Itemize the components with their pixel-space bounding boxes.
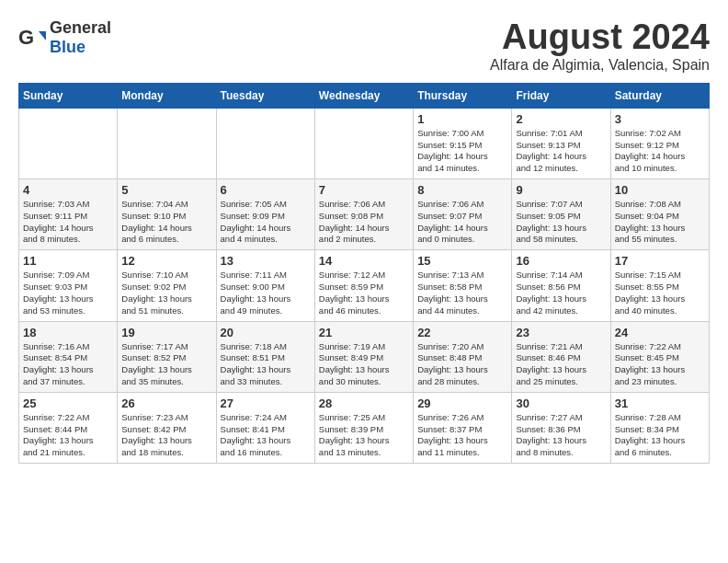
day-info: Sunrise: 7:15 AMSunset: 8:55 PMDaylight:… — [615, 270, 705, 316]
day-info: Sunrise: 7:04 AMSunset: 9:10 PMDaylight:… — [121, 199, 211, 246]
day-cell: 7Sunrise: 7:06 AMSunset: 9:08 PMDaylight… — [314, 179, 413, 250]
week-row-1: 1Sunrise: 7:00 AMSunset: 9:15 PMDaylight… — [19, 108, 710, 178]
day-number: 7 — [319, 183, 409, 197]
day-cell: 23Sunrise: 7:21 AMSunset: 8:46 PMDayligh… — [512, 321, 610, 392]
header-cell-tuesday: Tuesday — [216, 83, 314, 108]
day-info: Sunrise: 7:18 AMSunset: 8:51 PMDaylight:… — [221, 341, 311, 388]
day-info: Sunrise: 7:06 AMSunset: 9:08 PMDaylight:… — [319, 199, 409, 246]
day-number: 15 — [417, 254, 507, 268]
svg-marker-1 — [39, 31, 46, 40]
day-number: 28 — [319, 396, 409, 410]
day-info: Sunrise: 7:02 AMSunset: 9:12 PMDaylight:… — [615, 128, 705, 175]
day-cell: 18Sunrise: 7:16 AMSunset: 8:54 PMDayligh… — [19, 321, 118, 392]
day-info: Sunrise: 7:06 AMSunset: 9:07 PMDaylight:… — [417, 199, 507, 246]
day-number: 22 — [417, 326, 507, 339]
day-info: Sunrise: 7:08 AMSunset: 9:04 PMDaylight:… — [615, 199, 705, 246]
day-cell: 8Sunrise: 7:06 AMSunset: 9:07 PMDaylight… — [414, 179, 512, 250]
day-info: Sunrise: 7:12 AMSunset: 8:59 PMDaylight:… — [319, 270, 409, 316]
calendar-table: SundayMondayTuesdayWednesdayThursdayFrid… — [18, 83, 710, 464]
day-cell: 4Sunrise: 7:03 AMSunset: 9:11 PMDaylight… — [19, 179, 118, 250]
week-row-5: 25Sunrise: 7:22 AMSunset: 8:44 PMDayligh… — [19, 392, 710, 463]
day-number: 10 — [615, 183, 705, 197]
day-cell: 27Sunrise: 7:24 AMSunset: 8:41 PMDayligh… — [216, 392, 314, 463]
day-cell: 3Sunrise: 7:02 AMSunset: 9:12 PMDaylight… — [610, 108, 709, 178]
day-info: Sunrise: 7:09 AMSunset: 9:03 PMDaylight:… — [23, 270, 113, 316]
day-cell: 2Sunrise: 7:01 AMSunset: 9:13 PMDaylight… — [512, 108, 610, 178]
day-number: 12 — [121, 254, 211, 268]
day-cell: 9Sunrise: 7:07 AMSunset: 9:05 PMDaylight… — [512, 179, 610, 250]
day-cell: 15Sunrise: 7:13 AMSunset: 8:58 PMDayligh… — [414, 250, 512, 321]
day-info: Sunrise: 7:25 AMSunset: 8:39 PMDaylight:… — [319, 412, 409, 459]
day-number: 13 — [221, 254, 311, 268]
svg-text:G: G — [18, 26, 34, 49]
page-header: G General Blue August 2024 Alfara de Alg… — [18, 18, 710, 74]
day-number: 2 — [516, 112, 606, 126]
day-cell: 28Sunrise: 7:25 AMSunset: 8:39 PMDayligh… — [314, 392, 413, 463]
day-number: 25 — [23, 396, 113, 410]
day-number: 9 — [516, 183, 606, 197]
logo-text: General Blue — [50, 18, 111, 57]
calendar-body: 1Sunrise: 7:00 AMSunset: 9:15 PMDaylight… — [19, 108, 710, 463]
day-cell: 31Sunrise: 7:28 AMSunset: 8:34 PMDayligh… — [610, 392, 709, 463]
day-number: 30 — [516, 396, 606, 410]
header-cell-thursday: Thursday — [414, 83, 512, 108]
logo-blue: Blue — [50, 38, 111, 57]
day-number: 27 — [221, 396, 311, 410]
header-cell-saturday: Saturday — [610, 83, 709, 108]
day-number: 11 — [23, 254, 113, 268]
logo-icon: G — [18, 24, 46, 52]
day-info: Sunrise: 7:28 AMSunset: 8:34 PMDaylight:… — [615, 412, 705, 459]
day-info: Sunrise: 7:27 AMSunset: 8:36 PMDaylight:… — [516, 412, 606, 459]
day-info: Sunrise: 7:19 AMSunset: 8:49 PMDaylight:… — [319, 341, 409, 388]
day-number: 3 — [615, 112, 705, 126]
day-info: Sunrise: 7:03 AMSunset: 9:11 PMDaylight:… — [23, 199, 113, 246]
day-cell: 16Sunrise: 7:14 AMSunset: 8:56 PMDayligh… — [512, 250, 610, 321]
day-number: 4 — [23, 183, 113, 197]
day-info: Sunrise: 7:00 AMSunset: 9:15 PMDaylight:… — [417, 128, 507, 175]
header-cell-monday: Monday — [118, 83, 216, 108]
day-info: Sunrise: 7:01 AMSunset: 9:13 PMDaylight:… — [516, 128, 606, 175]
logo-general: General — [50, 18, 111, 38]
month-title: August 2024 — [490, 18, 710, 57]
day-cell: 13Sunrise: 7:11 AMSunset: 9:00 PMDayligh… — [216, 250, 314, 321]
day-info: Sunrise: 7:21 AMSunset: 8:46 PMDaylight:… — [516, 341, 606, 388]
day-info: Sunrise: 7:26 AMSunset: 8:37 PMDaylight:… — [417, 412, 507, 459]
day-cell: 29Sunrise: 7:26 AMSunset: 8:37 PMDayligh… — [414, 392, 512, 463]
week-row-2: 4Sunrise: 7:03 AMSunset: 9:11 PMDaylight… — [19, 179, 710, 250]
week-row-4: 18Sunrise: 7:16 AMSunset: 8:54 PMDayligh… — [19, 321, 710, 392]
day-info: Sunrise: 7:16 AMSunset: 8:54 PMDaylight:… — [23, 341, 113, 388]
day-number: 8 — [417, 183, 507, 197]
day-info: Sunrise: 7:11 AMSunset: 9:00 PMDaylight:… — [221, 270, 311, 316]
day-cell: 30Sunrise: 7:27 AMSunset: 8:36 PMDayligh… — [512, 392, 610, 463]
day-cell: 14Sunrise: 7:12 AMSunset: 8:59 PMDayligh… — [314, 250, 413, 321]
logo: G General Blue — [18, 18, 111, 57]
day-number: 19 — [121, 326, 211, 339]
day-info: Sunrise: 7:07 AMSunset: 9:05 PMDaylight:… — [516, 199, 606, 246]
day-cell: 26Sunrise: 7:23 AMSunset: 8:42 PMDayligh… — [118, 392, 216, 463]
header-cell-friday: Friday — [512, 83, 610, 108]
week-row-3: 11Sunrise: 7:09 AMSunset: 9:03 PMDayligh… — [19, 250, 710, 321]
day-info: Sunrise: 7:24 AMSunset: 8:41 PMDaylight:… — [221, 412, 311, 459]
day-cell — [314, 108, 413, 178]
day-number: 17 — [615, 254, 705, 268]
day-number: 1 — [417, 112, 507, 126]
day-cell — [216, 108, 314, 178]
day-info: Sunrise: 7:13 AMSunset: 8:58 PMDaylight:… — [417, 270, 507, 316]
day-cell: 11Sunrise: 7:09 AMSunset: 9:03 PMDayligh… — [19, 250, 118, 321]
header-cell-sunday: Sunday — [19, 83, 118, 108]
day-cell — [118, 108, 216, 178]
day-info: Sunrise: 7:17 AMSunset: 8:52 PMDaylight:… — [121, 341, 211, 388]
day-cell: 5Sunrise: 7:04 AMSunset: 9:10 PMDaylight… — [118, 179, 216, 250]
day-number: 5 — [121, 183, 211, 197]
day-cell: 6Sunrise: 7:05 AMSunset: 9:09 PMDaylight… — [216, 179, 314, 250]
day-cell: 24Sunrise: 7:22 AMSunset: 8:45 PMDayligh… — [610, 321, 709, 392]
day-cell: 1Sunrise: 7:00 AMSunset: 9:15 PMDaylight… — [414, 108, 512, 178]
day-number: 18 — [23, 326, 113, 339]
day-number: 6 — [221, 183, 311, 197]
day-cell: 20Sunrise: 7:18 AMSunset: 8:51 PMDayligh… — [216, 321, 314, 392]
day-number: 26 — [121, 396, 211, 410]
day-info: Sunrise: 7:10 AMSunset: 9:02 PMDaylight:… — [121, 270, 211, 316]
day-cell: 12Sunrise: 7:10 AMSunset: 9:02 PMDayligh… — [118, 250, 216, 321]
day-cell: 19Sunrise: 7:17 AMSunset: 8:52 PMDayligh… — [118, 321, 216, 392]
title-block: August 2024 Alfara de Algimia, Valencia,… — [490, 18, 710, 74]
